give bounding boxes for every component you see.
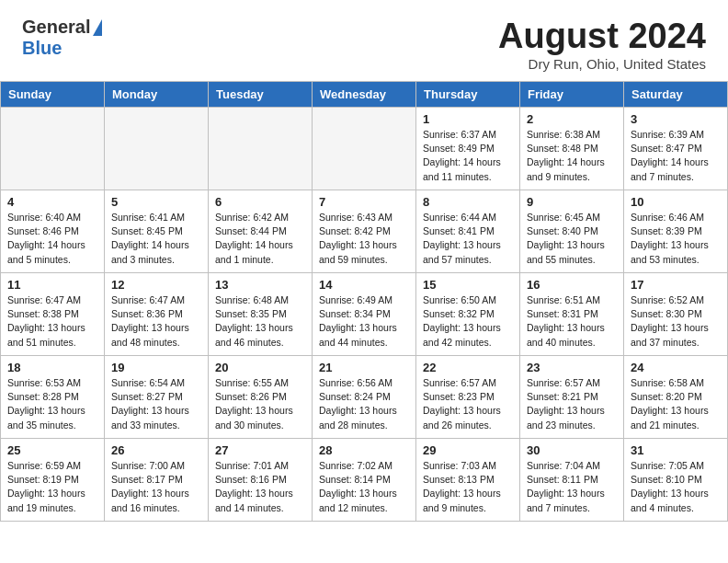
day-number: 16 xyxy=(527,278,617,292)
calendar-cell: 17Sunrise: 6:52 AM Sunset: 8:30 PM Dayli… xyxy=(624,273,728,356)
calendar-week-5: 25Sunrise: 6:59 AM Sunset: 8:19 PM Dayli… xyxy=(1,439,728,522)
calendar-cell: 21Sunrise: 6:56 AM Sunset: 8:24 PM Dayli… xyxy=(313,356,416,439)
calendar-cell: 2Sunrise: 6:38 AM Sunset: 8:48 PM Daylig… xyxy=(520,108,624,190)
day-number: 20 xyxy=(215,361,305,374)
day-info: Sunrise: 6:37 AM Sunset: 8:49 PM Dayligh… xyxy=(423,128,513,184)
day-info: Sunrise: 6:41 AM Sunset: 8:45 PM Dayligh… xyxy=(111,211,201,267)
day-number: 11 xyxy=(7,278,97,292)
calendar-week-3: 11Sunrise: 6:47 AM Sunset: 8:38 PM Dayli… xyxy=(1,273,728,356)
calendar-cell: 8Sunrise: 6:44 AM Sunset: 8:41 PM Daylig… xyxy=(416,190,520,273)
calendar-header-row: SundayMondayTuesdayWednesdayThursdayFrid… xyxy=(1,82,728,108)
day-info: Sunrise: 6:42 AM Sunset: 8:44 PM Dayligh… xyxy=(215,211,305,267)
day-info: Sunrise: 7:02 AM Sunset: 8:14 PM Dayligh… xyxy=(319,459,409,515)
page-header: General Blue August 2024 Dry Run, Ohio, … xyxy=(0,0,728,81)
calendar-cell: 7Sunrise: 6:43 AM Sunset: 8:42 PM Daylig… xyxy=(313,190,416,273)
calendar-header-saturday: Saturday xyxy=(624,82,728,108)
day-info: Sunrise: 6:59 AM Sunset: 8:19 PM Dayligh… xyxy=(7,459,97,515)
calendar-header-thursday: Thursday xyxy=(416,82,520,108)
day-info: Sunrise: 6:43 AM Sunset: 8:42 PM Dayligh… xyxy=(319,211,409,267)
calendar-cell: 24Sunrise: 6:58 AM Sunset: 8:20 PM Dayli… xyxy=(624,356,728,439)
calendar-table: SundayMondayTuesdayWednesdayThursdayFrid… xyxy=(0,81,728,522)
logo-triangle-icon xyxy=(93,19,102,36)
calendar-header-wednesday: Wednesday xyxy=(313,82,416,108)
day-info: Sunrise: 6:47 AM Sunset: 8:36 PM Dayligh… xyxy=(111,293,201,350)
calendar-cell: 20Sunrise: 6:55 AM Sunset: 8:26 PM Dayli… xyxy=(209,356,313,439)
day-info: Sunrise: 6:39 AM Sunset: 8:47 PM Dayligh… xyxy=(631,128,721,184)
calendar-cell: 14Sunrise: 6:49 AM Sunset: 8:34 PM Dayli… xyxy=(313,273,416,356)
day-info: Sunrise: 6:57 AM Sunset: 8:21 PM Dayligh… xyxy=(527,376,617,432)
calendar-week-4: 18Sunrise: 6:53 AM Sunset: 8:28 PM Dayli… xyxy=(1,356,728,439)
calendar-cell: 19Sunrise: 6:54 AM Sunset: 8:27 PM Dayli… xyxy=(105,356,209,439)
day-info: Sunrise: 7:05 AM Sunset: 8:10 PM Dayligh… xyxy=(631,459,721,515)
day-info: Sunrise: 6:48 AM Sunset: 8:35 PM Dayligh… xyxy=(215,293,305,350)
day-info: Sunrise: 6:52 AM Sunset: 8:30 PM Dayligh… xyxy=(631,293,721,350)
calendar-cell: 23Sunrise: 6:57 AM Sunset: 8:21 PM Dayli… xyxy=(520,356,624,439)
day-info: Sunrise: 6:50 AM Sunset: 8:32 PM Dayligh… xyxy=(423,293,513,350)
calendar-cell: 30Sunrise: 7:04 AM Sunset: 8:11 PM Dayli… xyxy=(520,439,624,522)
day-number: 13 xyxy=(215,278,305,292)
day-number: 7 xyxy=(319,195,409,209)
day-number: 26 xyxy=(111,443,201,457)
day-number: 3 xyxy=(631,112,721,126)
day-number: 6 xyxy=(215,195,305,209)
day-info: Sunrise: 6:58 AM Sunset: 8:20 PM Dayligh… xyxy=(631,376,721,432)
day-info: Sunrise: 6:55 AM Sunset: 8:26 PM Dayligh… xyxy=(215,376,305,432)
calendar-header-friday: Friday xyxy=(520,82,624,108)
day-number: 10 xyxy=(631,195,721,209)
calendar-cell: 4Sunrise: 6:40 AM Sunset: 8:46 PM Daylig… xyxy=(1,190,105,273)
calendar-cell: 16Sunrise: 6:51 AM Sunset: 8:31 PM Dayli… xyxy=(520,273,624,356)
day-number: 22 xyxy=(423,361,513,374)
calendar-cell: 15Sunrise: 6:50 AM Sunset: 8:32 PM Dayli… xyxy=(416,273,520,356)
month-title: August 2024 xyxy=(498,17,706,56)
day-number: 1 xyxy=(423,112,513,126)
day-number: 19 xyxy=(111,361,201,374)
calendar-week-1: 1Sunrise: 6:37 AM Sunset: 8:49 PM Daylig… xyxy=(1,108,728,190)
day-info: Sunrise: 6:40 AM Sunset: 8:46 PM Dayligh… xyxy=(7,211,97,267)
day-info: Sunrise: 6:46 AM Sunset: 8:39 PM Dayligh… xyxy=(631,211,721,267)
day-number: 12 xyxy=(111,278,201,292)
day-info: Sunrise: 6:47 AM Sunset: 8:38 PM Dayligh… xyxy=(7,293,97,350)
logo-general: General xyxy=(22,17,90,38)
day-info: Sunrise: 6:56 AM Sunset: 8:24 PM Dayligh… xyxy=(319,376,409,432)
day-number: 21 xyxy=(319,361,409,374)
calendar-cell: 3Sunrise: 6:39 AM Sunset: 8:47 PM Daylig… xyxy=(624,108,728,190)
calendar-cell: 11Sunrise: 6:47 AM Sunset: 8:38 PM Dayli… xyxy=(1,273,105,356)
day-info: Sunrise: 6:49 AM Sunset: 8:34 PM Dayligh… xyxy=(319,293,409,350)
day-number: 30 xyxy=(527,443,617,457)
calendar-cell: 6Sunrise: 6:42 AM Sunset: 8:44 PM Daylig… xyxy=(209,190,313,273)
calendar-cell: 13Sunrise: 6:48 AM Sunset: 8:35 PM Dayli… xyxy=(209,273,313,356)
calendar-cell: 9Sunrise: 6:45 AM Sunset: 8:40 PM Daylig… xyxy=(520,190,624,273)
calendar-cell xyxy=(209,108,313,190)
calendar-header-tuesday: Tuesday xyxy=(209,82,313,108)
day-number: 17 xyxy=(631,278,721,292)
calendar-cell xyxy=(1,108,105,190)
day-number: 28 xyxy=(319,443,409,457)
day-number: 31 xyxy=(631,443,721,457)
day-number: 25 xyxy=(7,443,97,457)
calendar-cell: 29Sunrise: 7:03 AM Sunset: 8:13 PM Dayli… xyxy=(416,439,520,522)
logo-blue: Blue xyxy=(22,38,62,58)
day-number: 9 xyxy=(527,195,617,209)
day-number: 29 xyxy=(423,443,513,457)
day-number: 15 xyxy=(423,278,513,292)
calendar-cell: 12Sunrise: 6:47 AM Sunset: 8:36 PM Dayli… xyxy=(105,273,209,356)
day-info: Sunrise: 6:54 AM Sunset: 8:27 PM Dayligh… xyxy=(111,376,201,432)
day-info: Sunrise: 7:01 AM Sunset: 8:16 PM Dayligh… xyxy=(215,459,305,515)
location: Dry Run, Ohio, United States xyxy=(498,56,706,72)
logo: General Blue xyxy=(22,17,102,59)
day-number: 14 xyxy=(319,278,409,292)
day-info: Sunrise: 6:38 AM Sunset: 8:48 PM Dayligh… xyxy=(527,128,617,184)
day-number: 4 xyxy=(7,195,97,209)
day-number: 2 xyxy=(527,112,617,126)
day-number: 8 xyxy=(423,195,513,209)
day-info: Sunrise: 6:51 AM Sunset: 8:31 PM Dayligh… xyxy=(527,293,617,350)
day-number: 27 xyxy=(215,443,305,457)
day-info: Sunrise: 7:03 AM Sunset: 8:13 PM Dayligh… xyxy=(423,459,513,515)
calendar-cell: 22Sunrise: 6:57 AM Sunset: 8:23 PM Dayli… xyxy=(416,356,520,439)
day-number: 23 xyxy=(527,361,617,374)
day-number: 18 xyxy=(7,361,97,374)
calendar-header-sunday: Sunday xyxy=(1,82,105,108)
day-info: Sunrise: 6:44 AM Sunset: 8:41 PM Dayligh… xyxy=(423,211,513,267)
day-info: Sunrise: 6:53 AM Sunset: 8:28 PM Dayligh… xyxy=(7,376,97,432)
day-number: 5 xyxy=(111,195,201,209)
